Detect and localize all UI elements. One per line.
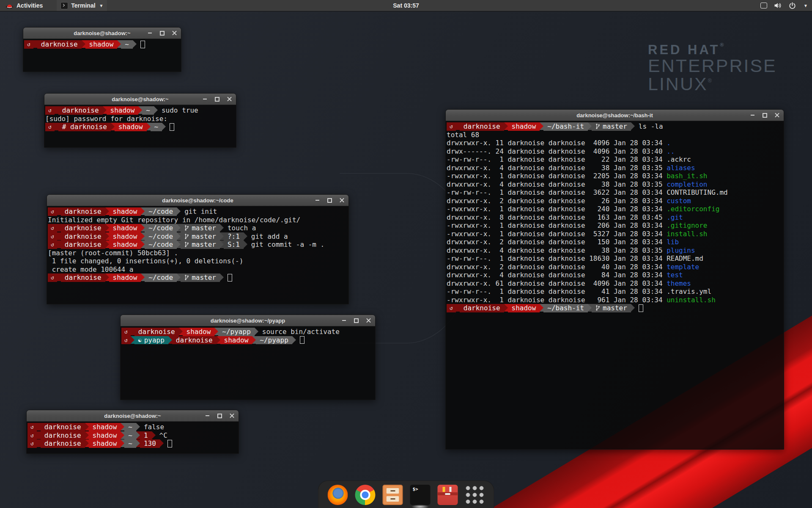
maximize-button[interactable] <box>217 413 222 419</box>
prompt-segment: shadow <box>508 122 540 131</box>
powerline-separator-icon <box>220 232 224 240</box>
prompt-segment: darknoise <box>61 207 105 216</box>
maximize-button[interactable] <box>326 197 332 203</box>
os-icon: ↺ <box>48 124 52 130</box>
terminal-content[interactable]: ↺darknoiseshadow~/codegit initInitialize… <box>47 206 348 304</box>
prompt-segment: darknoise <box>37 40 82 49</box>
prompt-segment: 1 <box>140 431 152 440</box>
terminal-content[interactable]: ↺darknoiseshadow~false↺darknoiseshadow~1… <box>27 422 239 453</box>
prompt-segment: ↺ <box>48 224 57 232</box>
power-icon <box>789 2 796 9</box>
terminal-window[interactable]: darknoise@shadow:~/bash-it↺darknoiseshad… <box>445 109 784 450</box>
system-status-area[interactable]: ▼ <box>760 0 808 11</box>
files-icon[interactable] <box>383 485 403 505</box>
segment-label: shadow <box>512 122 536 130</box>
prompt-segment: darknoise <box>134 328 179 336</box>
file-name: CONTRIBUTING.md <box>667 188 728 197</box>
window-titlebar[interactable]: darknoise@shadow:~ <box>23 28 181 39</box>
segment-label: darknoise <box>464 122 500 130</box>
output-text: [sudo] password for darknoise: <box>45 115 167 123</box>
window-titlebar[interactable]: darknoise@shadow:~/code <box>47 195 348 206</box>
minimize-button[interactable] <box>202 96 208 102</box>
powerline-separator-icon <box>82 40 85 48</box>
minimize-button[interactable] <box>204 413 210 419</box>
window-titlebar[interactable]: darknoise@shadow:~ <box>44 94 236 105</box>
maximize-button[interactable] <box>762 112 768 118</box>
powerline-separator-icon <box>540 122 543 130</box>
file-name: .gitignore <box>667 221 707 230</box>
minimize-button[interactable] <box>147 30 153 36</box>
toolbox-icon[interactable] <box>438 485 458 505</box>
minimize-button[interactable] <box>341 318 347 323</box>
close-button[interactable] <box>774 112 780 118</box>
terminal-content[interactable]: ↺darknoiseshadow~/pyappsource bin/activa… <box>121 326 375 400</box>
window-title: darknoise@shadow:~/pyapp <box>211 318 285 324</box>
powerline-separator-icon <box>540 304 543 312</box>
segment-label: ~ <box>125 40 129 48</box>
prompt-line: ↺darknoiseshadow~/bash-itmasterls -la <box>447 122 783 131</box>
prompt-segment: ↺ <box>48 232 57 241</box>
maximize-button[interactable] <box>159 30 165 36</box>
close-button[interactable] <box>365 318 371 323</box>
powerline-separator-icon <box>103 106 107 114</box>
output-text: Initialized empty Git repository in /hom… <box>48 216 300 224</box>
powerline-separator-icon <box>57 207 61 215</box>
segment-label: darknoise <box>65 240 102 248</box>
powerline-separator-icon <box>85 439 89 447</box>
output-line: -rwxrwxr-x. 1 darknoise darknoise 2205 J… <box>447 172 783 180</box>
close-button[interactable] <box>229 413 235 419</box>
terminal-content[interactable]: ↺darknoiseshadow~sudo true[sudo] passwor… <box>44 105 236 147</box>
segment-label: 130 <box>144 439 156 447</box>
terminal-window[interactable]: darknoise@shadow:~↺darknoiseshadow~sudo … <box>44 93 236 148</box>
output-text: total 68 <box>447 131 479 139</box>
git-branch-icon <box>184 274 189 281</box>
powerline-separator-icon <box>131 328 134 335</box>
brand-redhat: RED HAT® <box>648 42 777 57</box>
os-icon: ↺ <box>450 123 453 130</box>
powerline-separator-icon <box>588 122 592 130</box>
app-menu-terminal[interactable]: Terminal ▼ <box>57 0 107 11</box>
minimize-button[interactable] <box>314 197 320 203</box>
maximize-button[interactable] <box>353 318 359 323</box>
prompt-segment: shadow <box>89 439 121 448</box>
powerline-separator-icon <box>168 336 172 344</box>
brand-line1: RED HAT <box>648 42 720 57</box>
powerline-separator-icon <box>131 336 134 344</box>
firefox-icon[interactable] <box>328 485 348 505</box>
terminal-content[interactable]: ↺darknoiseshadow~/bash-itmasterls -latot… <box>446 121 784 449</box>
dock <box>318 480 494 508</box>
file-meta: drwxrwxr-x. 4 darknoise darknoise 38 Jan… <box>447 164 667 172</box>
terminal-window[interactable]: darknoise@shadow:~↺darknoiseshadow~ <box>23 27 181 72</box>
clock[interactable]: Sat 03:57 <box>393 2 419 9</box>
file-name: template <box>667 263 699 271</box>
chrome-icon[interactable] <box>355 485 376 505</box>
terminal-window[interactable]: darknoise@shadow:~↺darknoiseshadow~false… <box>26 410 239 454</box>
powerline-separator-icon <box>141 240 145 248</box>
terminal-window[interactable]: darknoise@shadow:~/pyapp↺darknoiseshadow… <box>120 315 376 400</box>
prompt-segment: ↺ <box>447 304 456 312</box>
terminal-icon[interactable] <box>410 485 431 505</box>
prompt-segment: ~/pyapp <box>256 336 292 345</box>
activities-button[interactable]: Activities <box>2 0 47 11</box>
prompt-segment: ↺ <box>27 431 37 440</box>
powerline-separator-icon <box>141 207 145 215</box>
minimize-button[interactable] <box>749 112 755 118</box>
maximize-button[interactable] <box>214 96 220 102</box>
window-titlebar[interactable]: darknoise@shadow:~ <box>27 410 239 422</box>
window-titlebar[interactable]: darknoise@shadow:~/bash-it <box>446 110 784 121</box>
appgrid-icon[interactable] <box>465 485 485 505</box>
window-titlebar[interactable]: darknoise@shadow:~/pyapp <box>121 315 375 326</box>
close-button[interactable] <box>226 96 232 102</box>
output-text: 1 file changed, 0 insertions(+), 0 delet… <box>48 257 243 265</box>
terminal-window[interactable]: darknoise@shadow:~/code↺darknoiseshadow~… <box>47 194 349 304</box>
file-meta: -rwxrwxr-x. 1 darknoise darknoise 240 Ja… <box>447 205 667 213</box>
close-button[interactable] <box>171 30 177 36</box>
file-name: custom <box>667 197 691 205</box>
output-line: drwxrwxr-x. 61 darknoise darknoise 4096 … <box>447 279 783 288</box>
file-meta: drwxrwxr-x. 4 darknoise darknoise 84 Jan… <box>447 271 667 279</box>
terminal-content[interactable]: ↺darknoiseshadow~ <box>23 39 181 72</box>
file-name: lib <box>667 238 679 246</box>
prompt-segment: 130 <box>140 439 160 448</box>
close-button[interactable] <box>339 197 345 203</box>
file-meta: -rwxrwxr-x. 1 darknoise darknoise 206 Ja… <box>447 221 667 230</box>
